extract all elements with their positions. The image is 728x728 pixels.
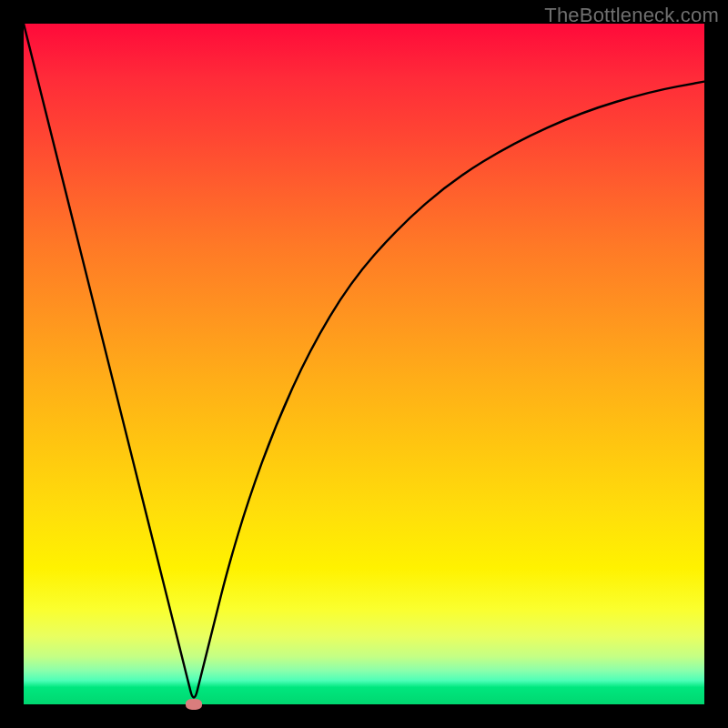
attribution-label: TheBottleneck.com <box>544 4 719 27</box>
plot-area <box>24 24 704 704</box>
chart-frame: TheBottleneck.com <box>0 0 728 728</box>
optimal-point-marker <box>186 699 202 710</box>
bottleneck-curve <box>24 24 704 704</box>
